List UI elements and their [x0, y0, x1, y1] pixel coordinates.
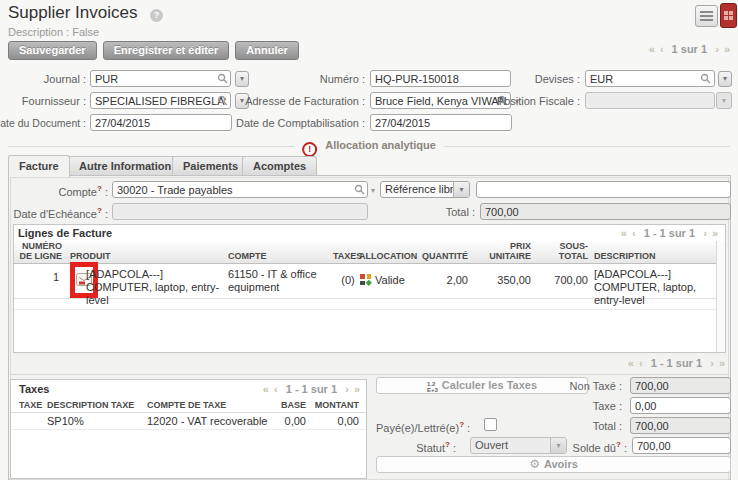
- column-header[interactable]: COMPTE DE TAXE: [147, 400, 226, 410]
- column-header[interactable]: PRIX UNITAIRE: [486, 241, 531, 261]
- quantity-cell: 2,00: [409, 274, 468, 287]
- tab-facture[interactable]: Facture: [8, 155, 70, 177]
- compute-taxes-button[interactable]: 1.2 E+3 Calculer les Taxes: [376, 377, 588, 394]
- pager-last-button[interactable]: »: [719, 357, 725, 369]
- date-document-label: Date du Document :: [0, 117, 86, 129]
- save-button[interactable]: Sauvegarder: [8, 41, 97, 60]
- devises-input[interactable]: [585, 70, 715, 87]
- chevron-down-icon: ▾: [550, 438, 566, 453]
- position-fiscale-dropdown-button: ▾: [716, 92, 732, 109]
- date-document-input[interactable]: [90, 114, 232, 131]
- column-header[interactable]: DESCRIPTION: [594, 251, 656, 261]
- compte-input[interactable]: [112, 181, 368, 198]
- pager-prev-button[interactable]: ‹: [274, 383, 278, 395]
- chevron-down-icon[interactable]: ▾: [453, 182, 469, 197]
- gear-icon: ⚙: [529, 457, 540, 471]
- subtotal-cell: 700,00: [534, 274, 588, 287]
- column-header[interactable]: MONTANT: [309, 400, 359, 410]
- taxe-field[interactable]: [630, 397, 731, 414]
- pager-next-button[interactable]: ›: [710, 357, 714, 369]
- row-separator: [14, 309, 717, 310]
- devises-dropdown-button[interactable]: ▾: [718, 71, 732, 87]
- lines-bottom-pager: « ‹ 1 - 1 sur 1 › »: [627, 357, 726, 369]
- base-cell: 0,00: [256, 415, 306, 428]
- pager-prev-button[interactable]: ‹: [639, 357, 643, 369]
- help-icon[interactable]: ?: [150, 9, 163, 22]
- reference-type-select[interactable]: Référence libre ▾: [380, 181, 470, 198]
- taxes-title: Taxes: [19, 383, 49, 395]
- reference-input[interactable]: [476, 181, 731, 198]
- date-comptabilisation-input[interactable]: [370, 114, 512, 131]
- tab-acomptes[interactable]: Acomptes: [242, 156, 317, 176]
- description-text: Description : False: [8, 26, 99, 38]
- pager-prev-button[interactable]: ‹: [632, 227, 636, 239]
- search-icon[interactable]: [217, 73, 228, 84]
- description-cell: [ADAPCOLA---] COMPUTER, laptop, entry-le…: [594, 268, 722, 307]
- warning-icon: !: [302, 142, 317, 157]
- column-header[interactable]: TAXES: [333, 251, 362, 261]
- line-number-cell: 1: [14, 271, 59, 284]
- invoice-lines-title: Lignes de Facture: [18, 227, 112, 239]
- journal-dropdown-button[interactable]: ▾: [235, 71, 249, 87]
- search-icon[interactable]: [354, 184, 365, 195]
- allocation-status-cell: Valide: [375, 274, 405, 287]
- adresse-facturation-input[interactable]: [370, 92, 511, 109]
- taxes-group: Taxes « ‹ 1 - 1 sur 1 › » TAXE DESCRIPTI…: [10, 379, 367, 479]
- column-header[interactable]: NUMÉRO DE LIGNE: [16, 241, 62, 261]
- allocation-analytique-expander[interactable]: ! Allocation analytique: [294, 139, 444, 157]
- tax-description-cell: SP10%: [47, 415, 84, 428]
- compute-taxes-label: Calculer les Taxes: [442, 379, 537, 391]
- pager-prev-button[interactable]: ‹: [660, 43, 664, 55]
- pager-next-button[interactable]: ›: [703, 227, 707, 239]
- compte-label: Compte? :: [58, 184, 108, 198]
- paye-lettre-checkbox[interactable]: [484, 418, 497, 431]
- view-list-button[interactable]: [695, 5, 718, 27]
- column-header[interactable]: QUANTITÉ: [409, 251, 468, 261]
- column-header[interactable]: SOUS-TOTAL: [534, 241, 588, 261]
- save-and-edit-button[interactable]: Enregistrer et éditer: [103, 41, 230, 60]
- fournisseur-label: Fournisseur :: [22, 95, 86, 107]
- pager-first-button[interactable]: «: [263, 383, 269, 395]
- table-row[interactable]: 1 [ADAPCOLA---] COMPUTER, laptop, entry-…: [14, 264, 717, 299]
- vertical-scrollbar[interactable]: [716, 241, 725, 352]
- column-header[interactable]: TAXE: [19, 400, 42, 410]
- compte-dropdown-button[interactable]: ▾: [371, 186, 375, 195]
- pager-first-button[interactable]: «: [621, 227, 627, 239]
- divider: [10, 374, 729, 375]
- search-icon[interactable]: [217, 95, 228, 106]
- tab-paiements[interactable]: Paiements: [172, 156, 249, 176]
- column-header[interactable]: COMPTE: [228, 251, 267, 261]
- pager-last-button[interactable]: »: [354, 383, 360, 395]
- position-fiscale-input: [585, 92, 715, 109]
- pager-first-button[interactable]: «: [649, 43, 655, 55]
- avoirs-button[interactable]: ⚙Avoirs: [376, 456, 731, 473]
- solde-du-field[interactable]: [632, 437, 731, 454]
- pager-last-button[interactable]: »: [724, 43, 730, 55]
- column-header[interactable]: DESCRIPTION TAXE: [47, 400, 134, 410]
- chevron-down-icon: ▾: [240, 74, 244, 83]
- fournisseur-input[interactable]: [90, 92, 231, 109]
- date-echeance-input[interactable]: [112, 203, 368, 220]
- tab-autre-information[interactable]: Autre Information: [68, 156, 182, 176]
- allocation-icon: [359, 273, 372, 286]
- search-icon[interactable]: [700, 73, 711, 84]
- journal-input[interactable]: [90, 70, 231, 87]
- table-row[interactable]: SP10% 12020 - VAT recoverable 0,00 0,00: [11, 413, 366, 430]
- cancel-button[interactable]: Annuler: [235, 41, 299, 60]
- pager-next-button[interactable]: ›: [345, 383, 349, 395]
- total-label: Total :: [446, 206, 475, 218]
- taxes-pager: « ‹ 1 - 1 sur 1 › »: [262, 383, 361, 395]
- numero-label: Numéro :: [320, 73, 365, 85]
- journal-label: Journal :: [44, 73, 86, 85]
- view-form-button[interactable]: [720, 3, 737, 28]
- paye-lettre-label: Payé(e)/Lettré(e)? :: [376, 420, 470, 434]
- pager-last-button[interactable]: »: [712, 227, 718, 239]
- column-header[interactable]: PRODUIT: [70, 251, 111, 261]
- numero-input[interactable]: [370, 70, 511, 87]
- calculator-icon: 1.2 E+3: [427, 381, 438, 393]
- lines-pager: « ‹ 1 - 1 sur 1 › »: [620, 227, 719, 239]
- pager-first-button[interactable]: «: [628, 357, 634, 369]
- devises-label: Devises :: [535, 73, 580, 85]
- pager-next-button[interactable]: ›: [715, 43, 719, 55]
- column-header[interactable]: BASE: [256, 400, 306, 410]
